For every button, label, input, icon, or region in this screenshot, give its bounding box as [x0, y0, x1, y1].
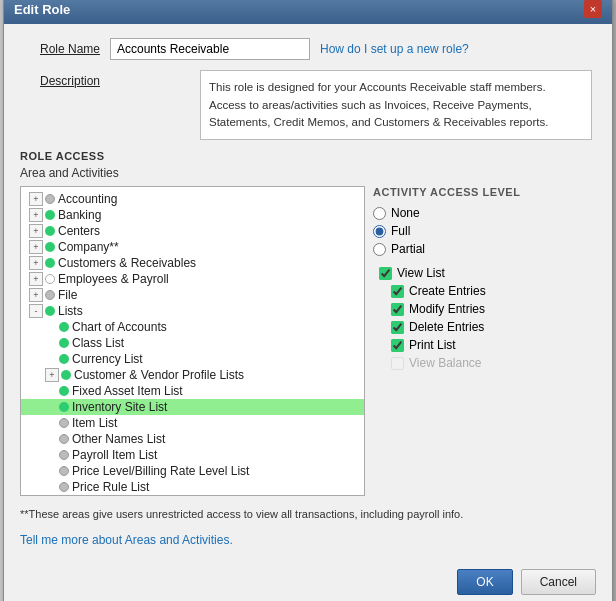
radio-partial-input[interactable] [373, 243, 386, 256]
description-text: This role is designed for your Accounts … [200, 70, 592, 140]
checkbox-delete-entries-label: Delete Entries [409, 320, 484, 334]
role-name-input[interactable] [110, 38, 310, 60]
cancel-button[interactable]: Cancel [521, 569, 596, 595]
checkbox-create-entries[interactable]: Create Entries [391, 284, 596, 298]
dot-file [45, 290, 55, 300]
checkbox-modify-entries-input[interactable] [391, 303, 404, 316]
dot-class-list [59, 338, 69, 348]
checkbox-create-entries-label: Create Entries [409, 284, 486, 298]
radio-none-input[interactable] [373, 207, 386, 220]
item-label: Item List [72, 416, 117, 430]
dot-chart-accounts [59, 322, 69, 332]
dot-currency-list [59, 354, 69, 364]
dot-fixed-asset [59, 386, 69, 396]
radio-none[interactable]: None [373, 206, 596, 220]
dot-price-level [59, 466, 69, 476]
sub-checkboxes: Create Entries Modify Entries Delete Ent… [391, 284, 596, 370]
list-item[interactable]: - Lists [21, 303, 364, 319]
access-panel: ACTIVITY ACCESS LEVEL None Full Parti [373, 186, 596, 496]
help-link[interactable]: How do I set up a new role? [320, 42, 469, 56]
dialog-body: Role Name How do I set up a new role? De… [4, 24, 612, 560]
checkbox-delete-entries[interactable]: Delete Entries [391, 320, 596, 334]
item-label: Other Names List [72, 432, 165, 446]
list-item[interactable]: Payroll Item List [21, 447, 364, 463]
checkbox-print-list[interactable]: Print List [391, 338, 596, 352]
item-label: Fixed Asset Item List [72, 384, 183, 398]
expand-file-icon[interactable]: + [29, 288, 43, 302]
list-item[interactable]: + Employees & Payroll [21, 271, 364, 287]
checkbox-view-balance[interactable]: View Balance [391, 356, 596, 370]
role-name-label: Role Name [20, 42, 100, 56]
footnote-link[interactable]: Tell me more about Areas and Activities. [20, 533, 233, 547]
item-label: Price Rule List [72, 480, 149, 494]
radio-partial[interactable]: Partial [373, 242, 596, 256]
expand-banking-icon[interactable]: + [29, 208, 43, 222]
checkbox-view-list-input[interactable] [379, 267, 392, 280]
dot-cvp [61, 370, 71, 380]
list-item[interactable]: Price Rule List [21, 479, 364, 495]
radio-full-label: Full [391, 224, 410, 238]
item-label: Employees & Payroll [58, 272, 169, 286]
list-item[interactable]: Chart of Accounts [21, 319, 364, 335]
item-label: Customers & Receivables [58, 256, 196, 270]
list-item[interactable]: + Centers [21, 223, 364, 239]
area-activities-label: Area and Activities [20, 166, 596, 180]
list-item[interactable]: + Banking [21, 207, 364, 223]
footnote-link-section: Tell me more about Areas and Activities. [20, 533, 596, 547]
role-name-row: Role Name How do I set up a new role? [20, 38, 596, 60]
list-item[interactable]: Price Level/Billing Rate Level List [21, 463, 364, 479]
list-item[interactable]: + Customers & Receivables [21, 255, 364, 271]
checkbox-modify-entries-label: Modify Entries [409, 302, 485, 316]
close-button[interactable]: × [584, 0, 602, 18]
dot-employees [45, 274, 55, 284]
item-label: Lists [58, 304, 83, 318]
list-item[interactable]: + File [21, 287, 364, 303]
item-label: Price Level/Billing Rate Level List [72, 464, 249, 478]
tree-panel[interactable]: + Accounting + Banking + [20, 186, 365, 496]
item-label: File [58, 288, 77, 302]
list-item[interactable]: Inventory Site List [21, 399, 364, 415]
dot-payroll-item [59, 450, 69, 460]
expand-company-icon[interactable]: + [29, 240, 43, 254]
list-item[interactable]: Currency List [21, 351, 364, 367]
ok-button[interactable]: OK [457, 569, 512, 595]
checkbox-print-list-input[interactable] [391, 339, 404, 352]
dialog-title: Edit Role [14, 2, 70, 17]
dot-company [45, 242, 55, 252]
list-item[interactable]: Other Names List [21, 431, 364, 447]
list-item[interactable]: + Accounting [21, 191, 364, 207]
checkbox-view-list-label: View List [397, 266, 445, 280]
item-label: Chart of Accounts [72, 320, 167, 334]
radio-partial-label: Partial [391, 242, 425, 256]
dot-inventory-site [59, 402, 69, 412]
radio-full-input[interactable] [373, 225, 386, 238]
list-item[interactable]: Fixed Asset Item List [21, 383, 364, 399]
dot-price-rule [59, 482, 69, 492]
main-content: + Accounting + Banking + [20, 186, 596, 496]
expand-centers-icon[interactable]: + [29, 224, 43, 238]
item-label: Banking [58, 208, 101, 222]
item-label: Inventory Site List [72, 400, 167, 414]
expand-accounting-icon[interactable]: + [29, 192, 43, 206]
expand-lists-icon[interactable]: - [29, 304, 43, 318]
radio-none-label: None [391, 206, 420, 220]
item-label: Customer & Vendor Profile Lists [74, 368, 244, 382]
checkbox-modify-entries[interactable]: Modify Entries [391, 302, 596, 316]
expand-employees-icon[interactable]: + [29, 272, 43, 286]
expand-customers-icon[interactable]: + [29, 256, 43, 270]
checkbox-view-list[interactable]: View List [379, 266, 596, 280]
dialog-titlebar: Edit Role × [4, 0, 612, 24]
radio-full[interactable]: Full [373, 224, 596, 238]
list-item[interactable]: + Customer & Vendor Profile Lists [21, 367, 364, 383]
list-item[interactable]: Item List [21, 415, 364, 431]
access-title: ACTIVITY ACCESS LEVEL [373, 186, 596, 198]
checkbox-delete-entries-input[interactable] [391, 321, 404, 334]
checkbox-create-entries-input[interactable] [391, 285, 404, 298]
dot-item-list [59, 418, 69, 428]
checkbox-group: View List Create Entries Modify Entries [379, 266, 596, 370]
list-item[interactable]: Class List [21, 335, 364, 351]
edit-role-dialog: Edit Role × Role Name How do I set up a … [3, 0, 613, 601]
expand-cvp-icon[interactable]: + [45, 368, 59, 382]
list-item[interactable]: Sales Tax Code List [21, 495, 364, 496]
list-item[interactable]: + Company** [21, 239, 364, 255]
